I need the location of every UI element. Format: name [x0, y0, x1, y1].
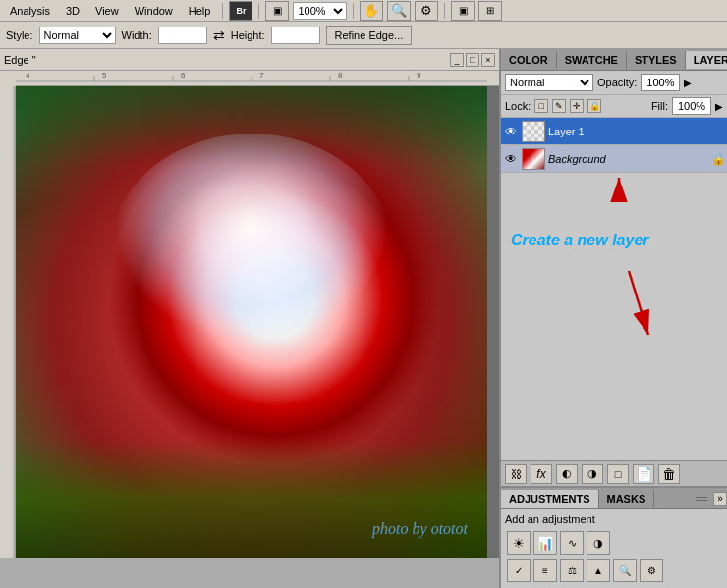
tab-swatches[interactable]: SWATCHE: [557, 51, 627, 69]
fill-input[interactable]: [672, 97, 711, 115]
background-layer-name: Background: [548, 153, 708, 165]
custom-shape-icon[interactable]: ⚙: [415, 1, 438, 21]
main-area: Edge " _ □ × 4 5 6 7: [0, 49, 727, 588]
tab-layers[interactable]: LAYERS: [686, 51, 727, 69]
opacity-arrow-icon[interactable]: ▶: [684, 78, 692, 88]
color-balance-icon[interactable]: ⚖: [560, 559, 584, 582]
svg-text:4: 4: [26, 71, 30, 80]
width-label: Width:: [122, 29, 152, 41]
bridge-icon[interactable]: Br: [229, 1, 252, 21]
canvas-titlebar: Edge " _ □ ×: [0, 49, 499, 71]
maximize-button[interactable]: □: [466, 53, 479, 67]
menu-analysis[interactable]: Analysis: [4, 3, 56, 19]
curves-adjustment-icon[interactable]: ∿: [560, 531, 584, 555]
photo-filter-icon[interactable]: 🔍: [613, 559, 637, 582]
ruler-corner: [0, 71, 16, 86]
zoom-select[interactable]: 100%50%200%: [293, 2, 347, 20]
arrange-icon[interactable]: ⊞: [478, 1, 502, 21]
fill-arrow-icon[interactable]: ▶: [715, 101, 723, 112]
blend-mode-row: NormalMultiplyScreen Opacity: ▶: [501, 71, 727, 95]
canvas-area: Edge " _ □ × 4 5 6 7: [0, 49, 499, 588]
delete-layer-button[interactable]: 🗑: [658, 464, 680, 484]
tab-color[interactable]: COLOR: [501, 51, 557, 69]
lock-position-icon[interactable]: ✛: [570, 99, 584, 113]
new-layer-button[interactable]: 📄: [633, 464, 654, 484]
canvas-title: Edge ": [4, 54, 36, 66]
separator2: [258, 3, 259, 19]
levels-adjustment-icon[interactable]: 📊: [533, 531, 557, 555]
standard-mode-icon[interactable]: ▣: [265, 1, 289, 21]
layers-footer: ⛓ fx ◐ ◑ □ 📄 🗑: [501, 460, 727, 486]
ruler-horizontal: 4 5 6 7 8 9: [16, 71, 499, 86]
layer-1-thumbnail: [522, 121, 545, 142]
brightness-adjustment-icon[interactable]: ☀: [507, 531, 531, 555]
layer-item-background[interactable]: 👁 Background 🔒: [501, 145, 727, 173]
height-label: Height:: [231, 29, 265, 41]
svg-text:7: 7: [259, 71, 264, 80]
style-select[interactable]: NormalFixed RatioFixed Size: [39, 27, 116, 44]
width-input[interactable]: [158, 27, 207, 44]
ruler-vertical: [0, 86, 16, 558]
add-mask-button[interactable]: ◐: [556, 464, 578, 484]
separator: [222, 3, 223, 19]
menu-bar: Analysis 3D View Window Help Br ▣ 100%50…: [0, 0, 727, 22]
layers-panel: NormalMultiplyScreen Opacity: ▶ Lock: □ …: [501, 71, 727, 486]
link-layers-button[interactable]: ⛓: [505, 464, 527, 484]
lock-all-icon[interactable]: 🔒: [587, 99, 601, 113]
exposure-adjustment-icon[interactable]: ◑: [587, 531, 610, 555]
menu-help[interactable]: Help: [183, 3, 217, 19]
menu-view[interactable]: View: [89, 3, 125, 19]
swap-icon[interactable]: ⇄: [213, 27, 225, 43]
adj-collapse-button[interactable]: »: [713, 492, 727, 506]
height-input[interactable]: [271, 27, 320, 44]
hsl-icon[interactable]: ≡: [533, 559, 557, 582]
watermark: photo by ototot: [372, 520, 468, 538]
zoom-tool-icon[interactable]: 🔍: [387, 1, 411, 21]
screen-mode-icon[interactable]: ▣: [451, 1, 475, 21]
refine-edge-button[interactable]: Refine Edge...: [326, 26, 413, 45]
lock-transparent-icon[interactable]: □: [534, 99, 548, 113]
opacity-input[interactable]: [641, 74, 680, 91]
vibrance-icon[interactable]: ✓: [507, 559, 531, 582]
layer-item-1[interactable]: 👁 Layer 1: [501, 118, 727, 145]
svg-text:6: 6: [181, 71, 186, 80]
tab-adjustments[interactable]: ADJUSTMENTS: [501, 490, 599, 508]
adjustment-icons-row2: ✓ ≡ ⚖ ▲ 🔍 ⚙: [505, 557, 723, 584]
close-button[interactable]: ×: [481, 53, 495, 67]
channel-mixer-icon[interactable]: ⚙: [640, 559, 663, 582]
options-bar: Style: NormalFixed RatioFixed Size Width…: [0, 22, 727, 49]
fx-button[interactable]: fx: [531, 464, 552, 484]
lock-image-icon[interactable]: ✎: [552, 99, 566, 113]
layer-1-name: Layer 1: [548, 126, 725, 137]
add-adjustment-label: Add an adjustment: [505, 513, 723, 525]
lock-row: Lock: □ ✎ ✛ 🔒 Fill: ▶: [501, 95, 727, 118]
snow-overlay: [110, 134, 393, 369]
separator4: [444, 3, 445, 19]
menu-3d[interactable]: 3D: [60, 3, 85, 19]
separator3: [353, 3, 354, 19]
annotation-text: Create a new layer: [511, 232, 649, 249]
adj-grip-lines-icon: [696, 497, 707, 501]
svg-text:9: 9: [417, 71, 421, 80]
layer-panel-tabs: COLOR SWATCHE STYLES LAYERS »: [501, 49, 727, 71]
menu-window[interactable]: Window: [129, 3, 179, 19]
adjustments-content: Add an adjustment ☀ 📊 ∿ ◑ ✓ ≡ ⚖ ▲ 🔍 ⚙: [501, 509, 727, 588]
annotation-area: Create a new layer: [501, 173, 727, 369]
layer-1-visibility-icon[interactable]: 👁: [503, 124, 519, 139]
group-layers-button[interactable]: □: [607, 464, 629, 484]
fill-label: Fill:: [651, 100, 668, 112]
adjustments-panel-header: ADJUSTMENTS MASKS »: [501, 488, 727, 509]
background-lock-icon: 🔒: [711, 152, 725, 166]
blend-mode-select[interactable]: NormalMultiplyScreen: [505, 74, 593, 91]
hand-tool-icon[interactable]: ✋: [360, 1, 383, 21]
tab-masks[interactable]: MASKS: [599, 490, 655, 508]
background-visibility-icon[interactable]: 👁: [503, 151, 519, 167]
tab-styles[interactable]: STYLES: [627, 51, 686, 69]
black-white-icon[interactable]: ▲: [587, 559, 610, 582]
canvas-viewport[interactable]: photo by ototot: [16, 86, 499, 558]
layer-list: 👁 Layer 1 👁 Background 🔒: [501, 118, 727, 460]
panels-area: COLOR SWATCHE STYLES LAYERS » NormalMult…: [499, 49, 727, 588]
add-adjustment-layer-button[interactable]: ◑: [582, 464, 603, 484]
minimize-button[interactable]: _: [450, 53, 464, 67]
opacity-label: Opacity:: [597, 77, 637, 88]
